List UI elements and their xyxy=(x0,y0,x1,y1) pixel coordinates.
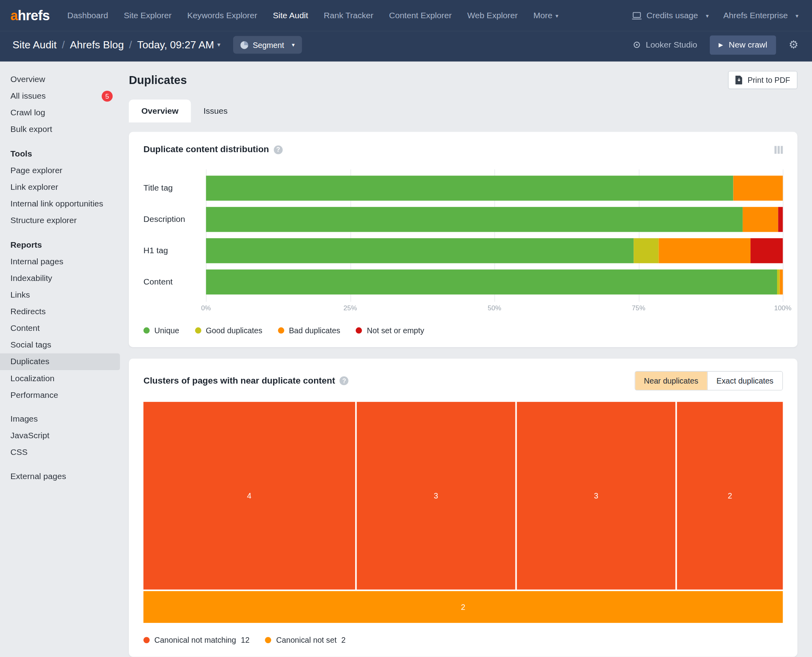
treemap-block[interactable]: 2 xyxy=(677,402,783,589)
page-title: Duplicates xyxy=(129,73,187,87)
bar-segment-not-set-or-empty[interactable] xyxy=(778,207,783,232)
bar-segment-bad-duplicates[interactable] xyxy=(733,176,783,201)
chevron-down-icon: ▾ xyxy=(706,12,709,19)
sidebar-item-internal-pages[interactable]: Internal pages xyxy=(0,253,120,270)
ahrefs-logo[interactable]: ahrefs xyxy=(10,8,50,24)
new-crawl-button[interactable]: ▶ New crawl xyxy=(710,35,776,55)
tab-overview[interactable]: Overview xyxy=(129,99,191,122)
project-bar: Site Audit / Ahrefs Blog / Today, 09:27 … xyxy=(0,31,812,61)
sidebar-item-bulk-export[interactable]: Bulk export xyxy=(0,121,120,138)
card-header: Clusters of pages with near duplicate co… xyxy=(144,371,783,391)
sidebar-item-indexability[interactable]: Indexability xyxy=(0,270,120,286)
treemap-block[interactable]: 3 xyxy=(356,402,515,589)
sidebar-item-overview[interactable]: Overview xyxy=(0,71,120,88)
bar-segment-unique[interactable] xyxy=(206,207,743,232)
gridline xyxy=(783,170,783,302)
issues-count-badge: 5 xyxy=(102,90,113,101)
app-window: ahrefs Dashboard Site Explorer Keywords … xyxy=(0,0,812,657)
sidebar-item-images[interactable]: Images xyxy=(0,411,120,428)
breadcrumb-site-audit[interactable]: Site Audit xyxy=(13,39,57,51)
legend-item-unique: Unique xyxy=(144,326,179,334)
crawl-date-label: Today, 09:27 AM xyxy=(137,39,214,51)
nav-content-explorer[interactable]: Content Explorer xyxy=(389,11,452,21)
axis-tick-label: 0% xyxy=(201,304,211,312)
crawl-date-dropdown[interactable]: Today, 09:27 AM▾ xyxy=(137,39,220,51)
chevron-down-icon: ▾ xyxy=(292,42,295,48)
legend-dot xyxy=(356,327,362,333)
chevron-down-icon: ▾ xyxy=(217,41,220,48)
sidebar-item-all-issues[interactable]: All issues 5 xyxy=(0,88,120,104)
nav-keywords-explorer[interactable]: Keywords Explorer xyxy=(187,11,257,21)
stacked-bar-plot xyxy=(206,170,783,302)
nav-web-explorer[interactable]: Web Explorer xyxy=(467,11,518,21)
credits-usage-menu[interactable]: Credits usage ▾ xyxy=(631,11,709,21)
treemap-block[interactable]: 2 xyxy=(144,591,783,623)
sidebar: Overview All issues 5 Crawl log Bulk exp… xyxy=(0,61,120,657)
nav-site-audit[interactable]: Site Audit xyxy=(273,11,308,21)
bar-segment-bad-duplicates[interactable] xyxy=(659,238,751,263)
nav-dashboard[interactable]: Dashboard xyxy=(67,11,108,21)
sidebar-item-link-explorer[interactable]: Link explorer xyxy=(0,179,120,195)
help-icon[interactable]: ? xyxy=(340,376,349,385)
bar-category-label: Title tag xyxy=(144,176,206,201)
bar-segment-unique[interactable] xyxy=(206,269,777,294)
sidebar-item-social-tags[interactable]: Social tags xyxy=(0,337,120,353)
sidebar-item-content[interactable]: Content xyxy=(0,320,120,337)
sidebar-item-localization[interactable]: Localization xyxy=(0,370,120,387)
legend-dot xyxy=(144,327,150,333)
breadcrumb-separator: / xyxy=(62,39,65,51)
sidebar-item-redirects[interactable]: Redirects xyxy=(0,304,120,320)
sidebar-item-internal-link-opportunities[interactable]: Internal link opportunities xyxy=(0,195,120,212)
print-to-pdf-button[interactable]: Print to PDF xyxy=(728,71,798,89)
account-menu[interactable]: Ahrefs Enterprise ▾ xyxy=(723,11,799,21)
column-chart-icon[interactable] xyxy=(774,146,783,154)
sidebar-group-tools: Tools xyxy=(0,145,120,162)
credits-usage-label: Credits usage xyxy=(647,11,698,21)
legend-label: Good duplicates xyxy=(206,326,262,334)
sidebar-item-performance[interactable]: Performance xyxy=(0,387,120,403)
tab-bar: Overview Issues xyxy=(129,99,797,122)
top-navigation: ahrefs Dashboard Site Explorer Keywords … xyxy=(0,0,812,31)
bar-segment-good-duplicates[interactable] xyxy=(634,238,659,263)
sidebar-item-css[interactable]: CSS xyxy=(0,444,120,461)
looker-studio-icon xyxy=(633,41,641,49)
page-header: Duplicates Print to PDF xyxy=(129,71,797,89)
sidebar-item-javascript[interactable]: JavaScript xyxy=(0,428,120,444)
bar-segment-not-set-or-empty[interactable] xyxy=(751,238,783,263)
sidebar-item-page-explorer[interactable]: Page explorer xyxy=(0,162,120,179)
sidebar-item-links[interactable]: Links xyxy=(0,286,120,303)
topbar-right: Credits usage ▾ Ahrefs Enterprise ▾ xyxy=(631,11,798,21)
legend-dot xyxy=(265,637,272,643)
tab-issues[interactable]: Issues xyxy=(191,99,240,122)
treemap-block[interactable]: 4 xyxy=(144,402,355,589)
axis-tick-label: 100% xyxy=(774,304,792,312)
segment-dropdown[interactable]: Segment ▾ xyxy=(233,36,302,54)
legend-label: Not set or empty xyxy=(367,326,424,334)
legend-label: Unique xyxy=(154,326,179,334)
bar-segment-bad-duplicates[interactable] xyxy=(780,269,783,294)
nav-rank-tracker[interactable]: Rank Tracker xyxy=(324,11,373,21)
legend-item-bad-duplicates: Bad duplicates xyxy=(278,326,340,334)
breadcrumb-project[interactable]: Ahrefs Blog xyxy=(70,39,124,51)
treemap-block[interactable]: 3 xyxy=(517,402,675,589)
sidebar-item-external-pages[interactable]: External pages xyxy=(0,468,120,485)
bar-segment-good-duplicates[interactable] xyxy=(777,269,780,294)
sidebar-item-crawl-log[interactable]: Crawl log xyxy=(0,104,120,121)
nav-more[interactable]: More▾ xyxy=(533,11,558,21)
sidebar-item-duplicates[interactable]: Duplicates xyxy=(0,353,120,370)
nav-site-explorer[interactable]: Site Explorer xyxy=(124,11,171,21)
axis-tick-label: 25% xyxy=(343,304,357,312)
content-area: Overview All issues 5 Crawl log Bulk exp… xyxy=(0,61,812,657)
sidebar-item-structure-explorer[interactable]: Structure explorer xyxy=(0,212,120,229)
bar-segment-bad-duplicates[interactable] xyxy=(743,207,778,232)
duplicates-mode-toggle: Near duplicates Exact duplicates xyxy=(634,371,783,391)
bar-row xyxy=(206,269,783,294)
bar-segment-unique[interactable] xyxy=(206,176,733,201)
exact-duplicates-toggle[interactable]: Exact duplicates xyxy=(707,372,782,390)
bar-segment-unique[interactable] xyxy=(206,238,634,263)
settings-gear-icon[interactable]: ⚙ xyxy=(789,38,799,51)
near-duplicates-toggle[interactable]: Near duplicates xyxy=(635,372,707,390)
distribution-legend: Unique Good duplicates Bad duplicates No… xyxy=(144,326,783,334)
help-icon[interactable]: ? xyxy=(274,145,282,154)
looker-studio-link[interactable]: Looker Studio xyxy=(633,40,697,50)
